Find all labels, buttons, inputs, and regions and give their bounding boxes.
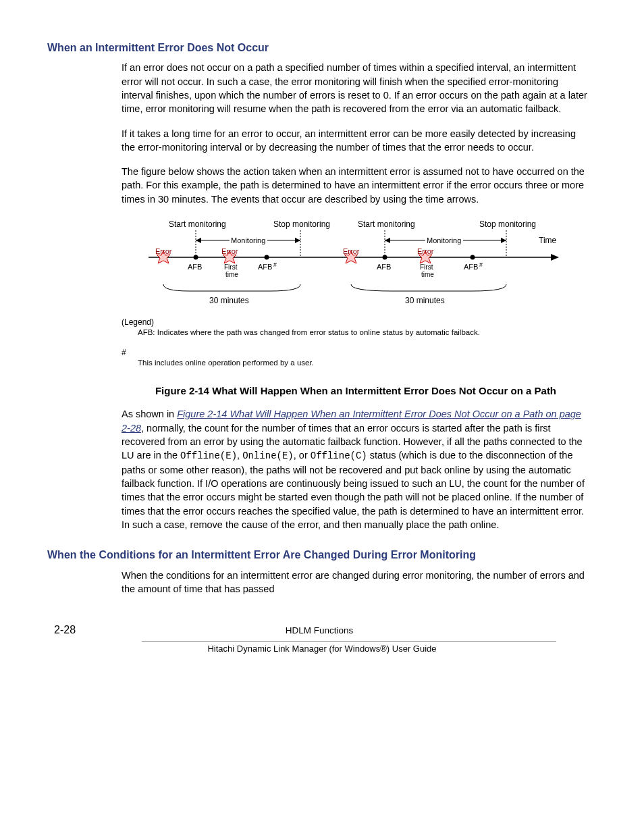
label-afb: AFB	[188, 263, 202, 271]
body-block-2: When the conditions for an intermittent …	[122, 569, 590, 596]
label-error: Error	[343, 247, 360, 255]
figure-caption: Figure 2-14 What Will Happen When an Int…	[122, 384, 590, 398]
label-first: First	[224, 263, 238, 271]
section-heading-no-error: When an Intermittent Error Does Not Occu…	[47, 41, 597, 55]
legend-hash: #	[122, 348, 126, 357]
paragraph: If an error does not occur on a path a s…	[122, 61, 590, 115]
footer-section-title: HDLM Functions	[76, 625, 563, 637]
svg-marker-7	[385, 238, 390, 243]
code-offline-e: Offline(E)	[180, 450, 237, 461]
paragraph: When the conditions for an intermittent …	[122, 569, 590, 596]
page-footer: 2-28 HDLM Functions Hitachi Dynamic Link…	[47, 623, 597, 655]
page-number: 2-28	[54, 623, 76, 637]
label-error: Error	[155, 247, 172, 255]
hash-sup: #	[479, 261, 483, 268]
label-first: First	[420, 263, 433, 271]
body-block-1: If an error does not occur on a path a s…	[122, 61, 590, 531]
svg-marker-2	[295, 238, 300, 243]
label-time-small: time	[421, 271, 434, 278]
svg-marker-1	[196, 238, 201, 243]
label-30min: 30 minutes	[405, 296, 445, 305]
label-30min: 30 minutes	[209, 296, 249, 305]
legend-hash-desc: This includes online operation performed…	[138, 359, 314, 367]
paragraph: The figure below shows the action taken …	[122, 165, 590, 206]
timeline-diagram: Start monitoring Stop monitoring Start m…	[122, 217, 567, 372]
text-run: , or	[294, 450, 311, 461]
label-time: Time	[539, 236, 557, 245]
text-run: status (which is due to the disconnectio…	[122, 450, 585, 530]
svg-marker-8	[501, 238, 506, 243]
label-monitoring: Monitoring	[231, 236, 265, 244]
text-run: As shown in	[122, 409, 177, 419]
code-offline-c: Offline(C)	[311, 450, 367, 461]
legend-afb-desc: AFB: Indicates where the path was change…	[138, 328, 480, 336]
footer-rule	[142, 641, 556, 642]
svg-marker-13	[551, 254, 559, 261]
label-afb: AFB	[377, 263, 391, 271]
svg-point-15	[194, 255, 198, 260]
label-error: Error	[221, 247, 238, 255]
paragraph-with-link: As shown in Figure 2-14 What Will Happen…	[122, 407, 590, 531]
text-run: ,	[237, 450, 242, 461]
label-afb-hash: AFB	[258, 263, 272, 271]
svg-point-19	[383, 255, 387, 260]
code-online-e: Online(E)	[242, 450, 294, 461]
label-error: Error	[417, 247, 434, 255]
paragraph: If it takes a long time for an error to …	[122, 127, 590, 155]
svg-point-17	[265, 255, 269, 260]
label-start-monitoring: Start monitoring	[358, 219, 415, 229]
figure-2-14: Start monitoring Stop monitoring Start m…	[122, 217, 590, 375]
section-heading-conditions-changed: When the Conditions for an Intermittent …	[47, 548, 597, 563]
label-time-small: time	[225, 271, 238, 278]
label-afb-hash: AFB	[464, 263, 478, 271]
label-start-monitoring: Start monitoring	[169, 219, 226, 229]
label-stop-monitoring: Stop monitoring	[479, 219, 536, 229]
label-stop-monitoring: Stop monitoring	[273, 219, 330, 229]
hash-sup: #	[273, 261, 277, 268]
label-monitoring: Monitoring	[427, 236, 461, 244]
svg-point-21	[471, 255, 475, 260]
footer-doc-title: Hitachi Dynamic Link Manager (for Window…	[47, 643, 597, 655]
legend-label: (Legend)	[122, 317, 154, 327]
